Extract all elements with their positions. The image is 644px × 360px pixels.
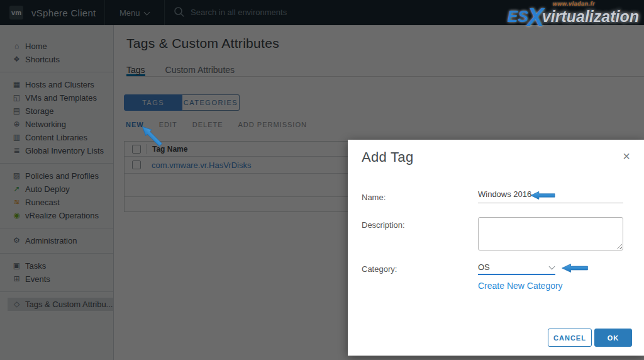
add-tag-dialog: Add Tag × Name: Windows 2016 Description… (348, 140, 644, 356)
vsphere-client-window: vm vSphere Client Menu Search in all env… (0, 0, 644, 360)
ok-button[interactable]: OK (594, 329, 632, 347)
category-label: Category: (362, 264, 397, 274)
category-selected-value: OS (478, 261, 490, 274)
description-textarea[interactable] (478, 217, 623, 250)
close-icon[interactable]: × (623, 150, 630, 162)
create-new-category-link[interactable]: Create New Category (478, 281, 563, 291)
description-label: Description: (362, 220, 405, 230)
name-input[interactable]: Windows 2016 (478, 188, 623, 203)
cancel-button[interactable]: CANCEL (548, 329, 592, 347)
dialog-title: Add Tag (362, 149, 413, 166)
name-label: Name: (362, 193, 386, 202)
category-select[interactable]: OS (478, 261, 555, 275)
chevron-down-icon (549, 263, 555, 269)
